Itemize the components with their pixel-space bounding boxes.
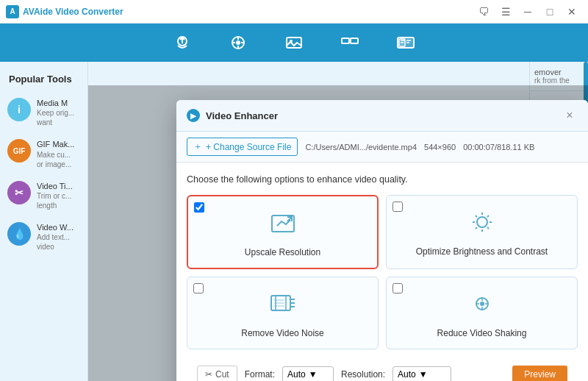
- nav-merge[interactable]: [340, 32, 360, 53]
- upscale-label: Upscale Resolution: [245, 247, 320, 257]
- sidebar-watermark-text: Video W... Add text...video: [37, 222, 74, 252]
- brightness-label: Optimize Brightness and Contrast: [416, 246, 548, 257]
- gif-icon: GIF: [7, 139, 31, 163]
- preview-button[interactable]: Preview: [512, 366, 567, 381]
- sidebar-media-sub: Keep orig...want: [37, 108, 74, 127]
- modal-body: Choose the following options to enhance …: [176, 163, 588, 381]
- format-select[interactable]: Auto ▼: [282, 366, 334, 381]
- app-title: AVAide Video Converter: [23, 7, 123, 17]
- sidebar-trim-sub: Trim or c...length: [37, 191, 73, 210]
- source-bar: ＋ + Change Source File C:/Users/ADMI.../…: [176, 132, 588, 163]
- svg-point-10: [477, 217, 487, 227]
- window-controls: 🗨 ☰ ─ □ ✕: [473, 3, 582, 21]
- file-duration-size: 00:00:07/818.11 KB: [463, 143, 534, 152]
- logo-icon: A: [6, 5, 19, 18]
- sidebar-media-label: Media M: [37, 98, 74, 108]
- info-icon: i: [7, 98, 31, 121]
- noise-label: Remove Video Noise: [241, 328, 324, 338]
- main-layout: Popular Tools i Media M Keep orig...want…: [0, 62, 588, 381]
- nav-bar: [0, 24, 588, 62]
- shaking-icon: [467, 291, 497, 322]
- sidebar-gif-text: GIF Mak... Make cu...or image...: [37, 139, 74, 168]
- sidebar-item-watermark[interactable]: 💧 Video W... Add text...video: [0, 216, 87, 257]
- cut-button[interactable]: ✂ Cut: [197, 366, 237, 381]
- nav-image[interactable]: [284, 32, 304, 53]
- chat-button[interactable]: 🗨: [473, 3, 494, 21]
- source-file-info: C:/Users/ADMI.../evidente.mp4 544×960 00…: [305, 143, 534, 152]
- option-brightness[interactable]: Optimize Brightness and Contrast: [386, 195, 578, 269]
- shaking-checkbox[interactable]: [392, 283, 403, 293]
- modal-close-button[interactable]: ×: [562, 107, 578, 124]
- compress-icon: [228, 32, 248, 53]
- title-bar: A AVAide Video Converter 🗨 ☰ ─ □ ✕: [0, 0, 588, 24]
- svg-point-14: [480, 302, 484, 306]
- sidebar-title: Popular Tools: [0, 69, 87, 92]
- brightness-icon: [467, 209, 497, 241]
- app-logo: A AVAide Video Converter: [6, 5, 123, 18]
- modal-footer: ✂ Cut Format: Auto ▼ Resolution: Au: [187, 360, 578, 381]
- sidebar-gif-sub: Make cu...or image...: [37, 150, 74, 169]
- change-source-button[interactable]: ＋ + Change Source File: [187, 138, 298, 156]
- sidebar-media-text: Media M Keep orig...want: [37, 98, 74, 127]
- modal-instruction: Choose the following options to enhance …: [187, 174, 578, 185]
- upscale-icon: [268, 210, 298, 241]
- sidebar-gif-label: GIF Mak...: [37, 139, 74, 149]
- toolkit-icon: [395, 32, 416, 53]
- sidebar-item-media[interactable]: i Media M Keep orig...want: [0, 92, 87, 133]
- svg-rect-5: [342, 38, 349, 43]
- file-path: C:/Users/ADMI.../evidente.mp4: [305, 143, 417, 152]
- resolution-container: Auto ▼ Auto 240x160 320x240 480x320 640x…: [392, 366, 451, 381]
- options-grid: Upscale Resolution Optimize B: [187, 195, 578, 349]
- sidebar-trim-text: Video Ti... Trim or c...length: [37, 181, 73, 210]
- modal-title-text: Video Enhancer: [206, 110, 278, 121]
- sidebar-item-gif[interactable]: GIF GIF Mak... Make cu...or image...: [0, 133, 87, 174]
- brightness-checkbox[interactable]: [392, 202, 403, 212]
- format-value: Auto: [287, 369, 306, 380]
- merge-icon: [340, 32, 360, 53]
- file-dimensions: 544×960: [424, 143, 456, 152]
- shaking-label: Reduce Video Shaking: [437, 328, 527, 338]
- resolution-value: Auto: [398, 369, 416, 380]
- modal-header: ▶ Video Enhancer ×: [176, 100, 588, 132]
- upscale-checkbox[interactable]: [194, 202, 204, 213]
- nav-convert[interactable]: [172, 32, 193, 53]
- resolution-label: Resolution:: [341, 369, 385, 380]
- drop-icon: 💧: [7, 222, 31, 246]
- svg-point-4: [290, 40, 293, 43]
- option-noise[interactable]: Remove Video Noise: [187, 277, 379, 349]
- option-upscale[interactable]: Upscale Resolution: [187, 195, 379, 269]
- video-enhancer-modal: ▶ Video Enhancer × ＋ + Change Source Fil…: [176, 100, 588, 381]
- modal-title: ▶ Video Enhancer: [187, 109, 278, 122]
- svg-rect-8: [399, 39, 405, 46]
- change-source-label: + Change Source File: [206, 142, 291, 152]
- menu-button[interactable]: ☰: [495, 3, 516, 21]
- svg-rect-6: [351, 38, 358, 43]
- sidebar: Popular Tools i Media M Keep orig...want…: [0, 62, 88, 381]
- sidebar-watermark-label: Video W...: [37, 222, 74, 232]
- maximize-button[interactable]: □: [539, 3, 560, 21]
- svg-point-2: [236, 40, 240, 45]
- format-chevron-icon: ▼: [309, 369, 318, 380]
- resolution-select[interactable]: Auto ▼: [392, 366, 451, 381]
- noise-icon: [268, 291, 298, 322]
- modal-overlay: ▶ Video Enhancer × ＋ + Change Source Fil…: [88, 85, 588, 381]
- nav-compress[interactable]: [228, 32, 248, 53]
- convert-icon: [172, 32, 193, 53]
- nav-toolkit[interactable]: [395, 32, 416, 53]
- sidebar-trim-label: Video Ti...: [37, 181, 73, 191]
- noise-checkbox[interactable]: [193, 283, 204, 293]
- format-label: Format:: [245, 369, 275, 380]
- option-shaking[interactable]: Reduce Video Shaking: [386, 277, 578, 349]
- resolution-chevron-icon: ▼: [419, 369, 428, 380]
- sidebar-item-trim[interactable]: ✂ Video Ti... Trim or c...length: [0, 175, 87, 216]
- sidebar-watermark-sub: Add text...video: [37, 232, 74, 252]
- scissors-icon: ✂: [205, 369, 212, 380]
- image-icon: [284, 32, 304, 53]
- add-icon: ＋: [193, 140, 202, 153]
- trim-icon: ✂: [7, 181, 31, 204]
- modal-title-icon: ▶: [187, 109, 200, 122]
- close-button[interactable]: ✕: [562, 3, 582, 21]
- cut-label: Cut: [215, 369, 229, 380]
- minimize-button[interactable]: ─: [517, 3, 538, 21]
